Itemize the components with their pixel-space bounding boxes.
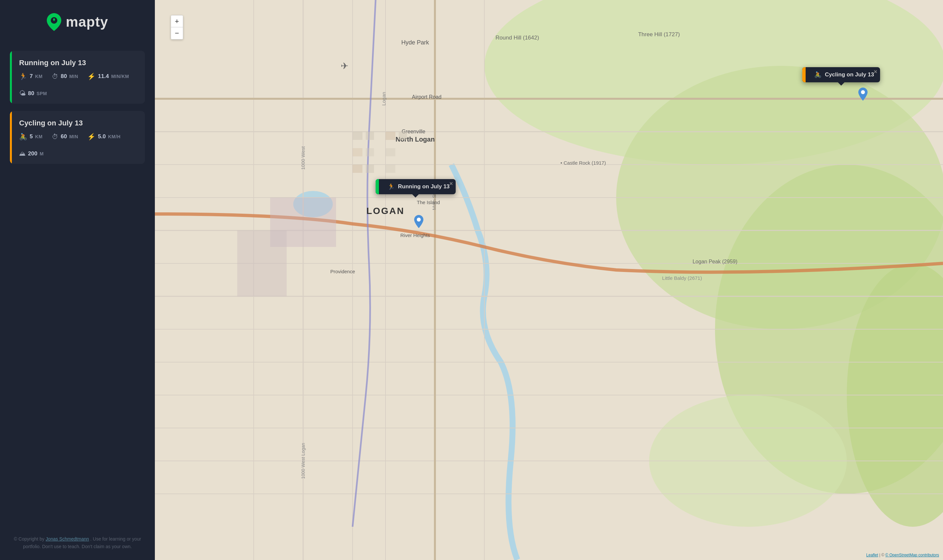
footer-author-link[interactable]: Jonas Schmedtmann [46,536,89,542]
logo-icon [47,13,61,31]
cycling-duration-value: 60 [61,133,67,140]
stat-duration-cycling: ⏱ 60 MIN [52,133,78,141]
svg-text:• Castle Rock (1917): • Castle Rock (1917) [560,160,606,166]
workout-stats-running: 🏃 7 KM ⏱ 80 MIN ⚡ 11.4 MIN/KM 🌤 80 [19,72,136,97]
cycling-popup[interactable]: 🚴 Cycling on July 13 ✕ [802,67,880,82]
running-pace-unit: MIN/KM [111,74,129,79]
svg-rect-57 [237,231,287,296]
running-cadence-unit: SPM [37,91,47,96]
footer: © Copyright by Jonas Schmedtmann . Use f… [10,522,145,550]
running-pace-value: 11.4 [98,73,109,80]
map-credit: Leaflet | © © OpenStreetMap contributors [866,553,939,557]
running-cadence-value: 80 [28,90,34,97]
running-popup-icon: 🏃 [387,183,395,190]
svg-text:Airport Road: Airport Road [412,94,441,100]
stat-duration-running: ⏱ 80 MIN [52,72,78,80]
stat-speed-cycling: ⚡ 5.0 KM/H [87,133,120,141]
workout-title-cycling: Cycling on July 13 [19,119,136,128]
leaflet-link[interactable]: Leaflet [866,553,878,557]
svg-rect-48 [353,148,363,156]
zoom-out-button[interactable]: − [171,27,183,39]
cycling-speed-unit: KM/H [108,134,120,139]
svg-text:✈: ✈ [341,61,348,71]
svg-text:River Heights: River Heights [400,232,430,238]
svg-rect-47 [366,132,374,140]
map-container[interactable]: ✈ Hyde Park Round Hill (1642) Three Hill… [155,0,943,560]
stat-distance-running: 🏃 7 KM [19,72,43,80]
workout-title-running: Running on July 13 [19,58,136,67]
cycling-distance-unit: KM [35,134,43,139]
cycling-popup-close[interactable]: ✕ [874,69,877,74]
cycling-distance-icon: 🚴 [19,133,27,141]
workout-stats-cycling: 🚴 5 KM ⏱ 60 MIN ⚡ 5.0 KM/H ⛰ 200 M [19,133,136,157]
svg-text:Little Baldy (2671): Little Baldy (2671) [662,275,702,281]
stat-distance-cycling: 🚴 5 KM [19,133,43,141]
osm-link[interactable]: © OpenStreetMap contributors [885,553,939,557]
svg-text:Three Hill (1727): Three Hill (1727) [638,31,680,37]
svg-text:Round Hill (1642): Round Hill (1642) [495,35,539,41]
cycling-elevation-unit: M [40,151,43,156]
svg-text:The Island: The Island [417,200,440,205]
map-background: ✈ Hyde Park Round Hill (1642) Three Hill… [155,0,943,560]
cycling-pin-icon [858,88,867,101]
cycling-distance-value: 5 [30,133,32,140]
cycling-elevation-value: 200 [28,151,37,157]
running-duration-value: 80 [61,73,67,80]
svg-point-59 [861,90,865,94]
running-duration-icon: ⏱ [52,73,58,80]
workout-card-running[interactable]: Running on July 13 🏃 7 KM ⏱ 80 MIN ⚡ 11.… [10,51,145,104]
svg-text:1000 West Logan: 1000 West Logan [301,443,306,479]
app-name: mapty [66,14,108,30]
svg-text:Logan: Logan [381,92,386,106]
cycling-speed-icon: ⚡ [87,133,96,141]
svg-text:LOGAN: LOGAN [366,206,404,216]
svg-rect-46 [353,132,363,140]
svg-rect-53 [353,165,363,173]
svg-rect-49 [366,148,374,156]
workouts-list: Running on July 13 🏃 7 KM ⏱ 80 MIN ⚡ 11.… [10,51,145,164]
logo-area: mapty [47,13,108,31]
running-map-pin[interactable] [414,215,423,229]
svg-text:Hyde Park: Hyde Park [401,39,429,46]
svg-rect-52 [386,148,395,156]
running-pace-icon: ⚡ [87,72,96,80]
running-distance-unit: KM [35,74,43,79]
cycling-duration-icon: ⏱ [52,133,58,141]
zoom-controls: + − [171,15,183,40]
running-popup[interactable]: 🏃 Running on July 13 ✕ [376,179,456,194]
running-cadence-icon: 🌤 [19,89,26,97]
svg-text:1000 West: 1000 West [300,146,306,169]
svg-rect-51 [399,132,407,140]
svg-rect-54 [366,165,374,173]
cycling-speed-value: 5.0 [98,133,106,140]
cycling-elevation-icon: ⛰ [19,150,26,157]
workout-card-cycling[interactable]: Cycling on July 13 🚴 5 KM ⏱ 60 MIN ⚡ 5.0… [10,111,145,164]
running-pin-icon [414,215,423,228]
svg-text:Providence: Providence [330,269,355,274]
running-popup-title: Running on July 13 [398,183,450,190]
cycling-duration-unit: MIN [69,134,78,139]
running-popup-close[interactable]: ✕ [449,181,453,186]
svg-rect-55 [386,165,395,173]
running-duration-unit: MIN [69,74,78,79]
stat-cadence-running: 🌤 80 SPM [19,89,47,97]
stat-pace-running: ⚡ 11.4 MIN/KM [87,72,129,80]
cycling-popup-title: Cycling on July 13 [825,71,874,78]
running-distance-value: 7 [30,73,32,80]
cycling-map-pin[interactable] [858,88,867,102]
svg-rect-50 [386,132,395,140]
svg-text:Logan Peak (2959): Logan Peak (2959) [693,259,738,265]
svg-point-58 [417,218,421,222]
cycling-popup-icon: 🚴 [814,71,821,78]
running-distance-icon: 🏃 [19,72,27,80]
stat-elevation-cycling: ⛰ 200 M [19,150,44,157]
footer-copyright: © Copyright by [14,536,46,542]
zoom-in-button[interactable]: + [171,15,183,27]
sidebar: mapty Running on July 13 🏃 7 KM ⏱ 80 MIN… [0,0,155,560]
